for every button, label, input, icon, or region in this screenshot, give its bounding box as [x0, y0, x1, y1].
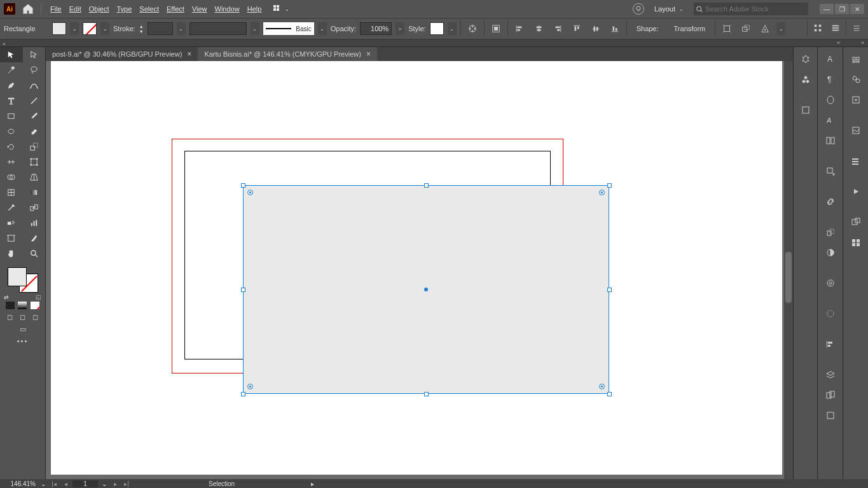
- select-similar-dropdown[interactable]: ⌄: [776, 22, 785, 35]
- eraser-tool-icon[interactable]: [23, 123, 46, 139]
- restore-button[interactable]: ❐: [835, 4, 849, 14]
- pen-tool-icon[interactable]: [0, 78, 23, 93]
- menu-select[interactable]: Select: [137, 4, 162, 14]
- gradient-tool-icon[interactable]: [23, 185, 46, 200]
- selected-rectangle[interactable]: [243, 185, 609, 394]
- bbox-handle[interactable]: [241, 183, 245, 188]
- artboard-number[interactable]: 1: [72, 480, 98, 487]
- gradient-mode-icon[interactable]: [18, 302, 27, 309]
- isolate-icon[interactable]: [719, 22, 734, 36]
- selection-tool-icon[interactable]: [0, 47, 23, 62]
- menu-help[interactable]: Help: [245, 4, 265, 14]
- menu-type[interactable]: Type: [114, 4, 135, 14]
- expand-left-icon[interactable]: «: [0, 41, 6, 47]
- character-panel-icon[interactable]: A: [822, 51, 839, 67]
- appearance-panel-icon[interactable]: [822, 275, 839, 291]
- zoom-dropdown-icon[interactable]: ⌄: [38, 480, 48, 487]
- eyedropper-tool-icon[interactable]: [0, 200, 23, 215]
- free-transform-tool-icon[interactable]: [23, 154, 46, 169]
- pathfinder-panel-icon[interactable]: [847, 153, 865, 169]
- stroke-swatch[interactable]: [83, 22, 97, 35]
- align-bottom-icon[interactable]: [607, 22, 623, 36]
- zoom-tool-icon[interactable]: [23, 246, 46, 261]
- document-tab[interactable]: post-9.ai* @ 30.46% (RGB/GPU Preview) ×: [46, 47, 198, 61]
- prev-artboard-icon[interactable]: ◂: [60, 480, 71, 487]
- tab-close-icon[interactable]: ×: [187, 50, 191, 59]
- align-hcenter-icon[interactable]: [531, 22, 546, 36]
- lasso-tool-icon[interactable]: [23, 62, 46, 78]
- align-left-icon[interactable]: [512, 22, 527, 36]
- var-width-dropdown[interactable]: ⌄: [251, 22, 259, 35]
- edit-clip-icon[interactable]: [738, 22, 754, 36]
- width-tool-icon[interactable]: [0, 154, 23, 169]
- bbox-handle[interactable]: [241, 288, 245, 292]
- edit-toolbar-icon[interactable]: •••: [4, 337, 41, 345]
- stroke-weight-stepper[interactable]: ▲▼: [139, 24, 144, 34]
- vertical-scrollbar[interactable]: [784, 61, 793, 479]
- essentials-icon[interactable]: [810, 21, 825, 35]
- opacity-field[interactable]: 100%: [360, 22, 392, 35]
- symbols-panel-icon[interactable]: [847, 92, 865, 108]
- glyphs-panel-icon[interactable]: A: [822, 112, 839, 129]
- properties-panel-icon[interactable]: [797, 51, 815, 67]
- opacity-dropdown[interactable]: >: [396, 22, 404, 35]
- info-panel-icon[interactable]: [847, 183, 865, 200]
- slice-tool-icon[interactable]: [23, 230, 46, 246]
- align-top-icon[interactable]: [569, 22, 584, 36]
- stock-search-input[interactable]: [705, 5, 806, 13]
- close-button[interactable]: ✕: [850, 4, 864, 14]
- artboard-dropdown-icon[interactable]: ⌄: [99, 480, 109, 487]
- bbox-handle[interactable]: [607, 183, 612, 188]
- bbox-handle[interactable]: [424, 183, 429, 188]
- corner-widget-icon[interactable]: [247, 384, 253, 389]
- expand-dock-c-icon[interactable]: »: [861, 39, 864, 46]
- layers-panel-icon[interactable]: [822, 366, 839, 383]
- artboard-tool-icon[interactable]: [0, 230, 23, 246]
- paintbrush-tool-icon[interactable]: [23, 108, 46, 123]
- bbox-handle[interactable]: [607, 392, 612, 396]
- transform-panel-icon[interactable]: [822, 224, 839, 241]
- screen-mode-icon[interactable]: ▭: [20, 325, 26, 333]
- color-panel-icon[interactable]: [797, 71, 815, 88]
- expand-dock-a-icon[interactable]: »: [837, 39, 840, 46]
- style-dropdown[interactable]: ⌄: [448, 22, 457, 35]
- hand-tool-icon[interactable]: [0, 246, 23, 261]
- shaper-tool-icon[interactable]: [0, 123, 23, 139]
- transform-button[interactable]: Transform: [668, 22, 712, 36]
- magic-wand-tool-icon[interactable]: [0, 62, 23, 78]
- mesh-tool-icon[interactable]: [0, 185, 23, 200]
- minimize-button[interactable]: —: [820, 4, 834, 14]
- stroke-weight-field[interactable]: [148, 22, 173, 35]
- last-artboard-icon[interactable]: ▸|: [121, 480, 132, 487]
- menu-object[interactable]: Object: [86, 4, 112, 14]
- zoom-level[interactable]: 146.41%: [0, 480, 38, 487]
- stock-search[interactable]: [694, 3, 808, 15]
- scale-tool-icon[interactable]: [23, 139, 46, 154]
- brushes-panel-icon[interactable]: [847, 71, 865, 88]
- align-to-dropdown[interactable]: [488, 22, 504, 36]
- status-menu-icon[interactable]: ▸: [311, 480, 314, 487]
- draw-inside-icon[interactable]: ◻: [32, 313, 38, 321]
- links-panel-icon[interactable]: [822, 193, 839, 210]
- fill-swatch[interactable]: [52, 22, 66, 35]
- corner-widget-icon[interactable]: [247, 190, 253, 195]
- separations-panel-icon[interactable]: [847, 234, 865, 251]
- corner-widget-icon[interactable]: [599, 190, 605, 195]
- align-right-icon[interactable]: [550, 22, 565, 36]
- opentype-panel-icon[interactable]: [822, 92, 839, 108]
- var-width-profile[interactable]: [189, 22, 247, 35]
- home-icon[interactable]: [22, 3, 34, 15]
- center-point-icon[interactable]: [424, 288, 428, 291]
- arrange-docs-icon[interactable]: ⌄: [272, 3, 291, 15]
- edit-contents-icon[interactable]: [757, 22, 773, 36]
- brush-dropdown[interactable]: ⌄: [318, 22, 327, 35]
- rectangle-tool-icon[interactable]: [0, 108, 23, 123]
- default-fill-stroke-icon[interactable]: ◱: [36, 294, 41, 300]
- transparency-panel-icon[interactable]: [822, 244, 839, 261]
- menu-edit[interactable]: Edit: [67, 4, 84, 14]
- perspective-grid-icon[interactable]: [23, 169, 46, 185]
- swatches-panel-icon[interactable]: [797, 102, 815, 118]
- draw-normal-icon[interactable]: ◻: [7, 313, 13, 321]
- search-help-icon[interactable]: [633, 3, 644, 15]
- none-mode-icon[interactable]: [31, 302, 39, 309]
